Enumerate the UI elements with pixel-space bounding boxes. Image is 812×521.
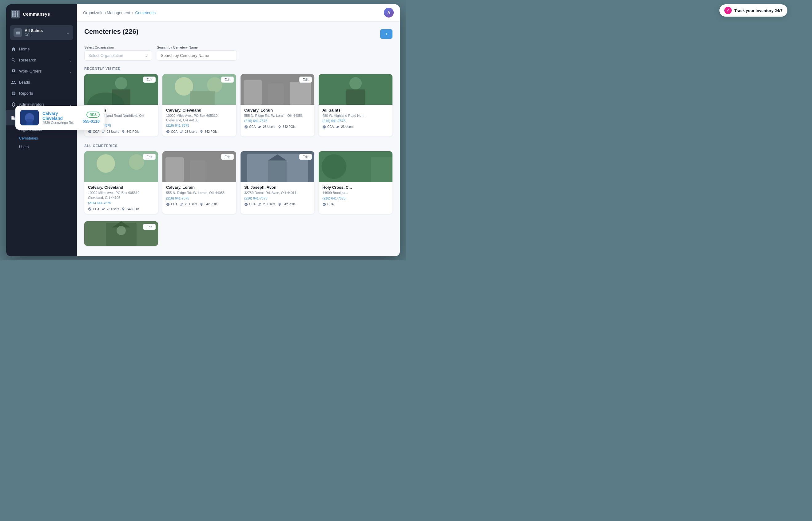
popup-title: Calvary Cleveland	[42, 111, 79, 121]
sidebar-item-reports-label: Reports	[19, 91, 33, 96]
tag-pois: 342 POIs	[200, 203, 217, 206]
search-filter-label: Search by Cemetery Name	[157, 45, 237, 49]
tag-cca: CCA	[244, 203, 256, 206]
svg-rect-11	[290, 82, 311, 105]
card-phone: (216) 641-7575	[322, 119, 389, 123]
popup-address: 4539 Conowingo Rd.	[42, 121, 79, 124]
sidebar-item-home[interactable]: Home	[6, 44, 77, 55]
card-st-joseph: Edit St. Joseph, Avon 32789 Detroit Rd. …	[241, 151, 314, 214]
popup-badge: RES	[86, 112, 100, 118]
card-address: 14609 Brookpa...	[322, 190, 389, 195]
card-image: Edit	[84, 221, 158, 246]
edit-button[interactable]: Edit	[143, 76, 156, 83]
sidebar-item-work-orders[interactable]: Work Orders ⌄	[6, 66, 77, 77]
tag-users: 23 Users	[180, 203, 197, 206]
chevron-down-icon: ⌄	[69, 58, 72, 62]
card-title: St. Joseph, Avon	[244, 185, 311, 190]
all-cemeteries-grid: Edit Calvary, Cleveland 10000 Miles Ave.…	[84, 151, 393, 214]
tag-cca: CCA	[322, 203, 334, 206]
card-image: Edit	[84, 74, 158, 105]
sidebar: Cemmansys All Saints CCL ⌄ Home Res	[6, 4, 77, 256]
tag-users: 23 Users	[258, 203, 275, 206]
cemetery-popup: Calvary Cleveland 4539 Conowingo Rd. RES…	[15, 106, 105, 130]
org-name: All Saints	[25, 28, 43, 33]
card-phone: (216) 641-7575	[244, 197, 311, 200]
org-code: CCL	[25, 33, 43, 37]
card-title: Holy Cross, C...	[322, 185, 389, 190]
card-address: 480 W. Highland Road Nort...	[322, 113, 389, 118]
card-image: Edit	[241, 74, 314, 105]
card-phone: (216) 641-7575	[88, 201, 154, 205]
card-image: Edit	[241, 151, 314, 182]
card-title: Calvary, Lorain	[244, 108, 311, 113]
tag-users: 23 Users	[258, 125, 275, 129]
add-cemetery-button[interactable]: +	[380, 29, 393, 39]
card-address: 10000 Miles Ave., PO Box 605310 Clevelan…	[88, 190, 154, 200]
app-name: Cemmansys	[23, 12, 50, 17]
breadcrumb-current: Cemeteries	[135, 10, 156, 15]
popup-phone: 555-0116	[83, 119, 100, 123]
topbar: Organization Management › Cemeteries A	[77, 4, 400, 22]
sidebar-item-leads-label: Leads	[19, 80, 30, 85]
logo-icon	[11, 10, 20, 19]
svg-rect-32	[26, 119, 32, 126]
org-icon	[14, 28, 22, 37]
edit-button[interactable]: Edit	[143, 154, 156, 160]
page-title: Cemeteries (226)	[84, 28, 138, 36]
org-filter-select[interactable]: Select Organization ⌄	[84, 50, 152, 61]
sidebar-item-cemeteries[interactable]: Cemeteries	[6, 134, 77, 143]
tag-cca: CCA	[322, 125, 334, 129]
sidebar-item-reports[interactable]: Reports	[6, 88, 77, 99]
card-image: Edit	[162, 74, 236, 105]
edit-button[interactable]: Edit	[299, 76, 312, 83]
chevron-down-icon: ⌄	[145, 53, 148, 58]
card-phone: (216) 641-7575	[322, 197, 389, 200]
sidebar-item-home-label: Home	[19, 47, 30, 51]
svg-rect-7	[190, 91, 215, 105]
card-calvary-cleveland: Edit Calvary, Cleveland 10000 Miles Ave.…	[84, 151, 158, 214]
sidebar-item-work-orders-label: Work Orders	[19, 69, 42, 73]
user-avatar[interactable]: A	[384, 8, 394, 18]
tag-users: 23 Users	[102, 207, 119, 211]
tag-cca: CCA	[88, 207, 100, 211]
tag-users: 23 Users	[180, 130, 197, 133]
svg-point-25	[322, 154, 346, 179]
svg-rect-26	[371, 157, 393, 182]
org-selector[interactable]: All Saints CCL ⌄	[10, 25, 73, 40]
cemetery-search-input[interactable]	[157, 50, 237, 61]
sidebar-item-leads[interactable]: Leads	[6, 77, 77, 88]
breadcrumb: Organization Management › Cemeteries	[83, 10, 156, 15]
all-cemeteries-label: ALL CEMETERIES	[84, 144, 393, 148]
tag-cca: CCA	[244, 125, 256, 129]
sidebar-item-research-label: Research	[19, 58, 36, 62]
content-area: Cemeteries (226) + Select Organization S…	[77, 22, 400, 256]
card-title: Calvary, Cleveland	[88, 185, 154, 190]
recently-visited-label: RECENTLY VISITED	[84, 67, 393, 70]
card-holy-cross: Holy Cross, C... 14609 Brookpa... (216) …	[319, 151, 393, 214]
popup-image	[20, 110, 39, 126]
chevron-down-icon: ⌄	[69, 69, 72, 73]
edit-button[interactable]: Edit	[221, 154, 234, 160]
card-image	[319, 74, 393, 105]
card-address: 10000 Miles Ave., PO Box 605310 Clevelan…	[166, 113, 233, 123]
sidebar-item-users[interactable]: Users	[6, 143, 77, 151]
sidebar-item-research[interactable]: Research ⌄	[6, 55, 77, 66]
svg-rect-10	[268, 83, 284, 105]
card-address: 32789 Detroit Rd. Avon, OH 44011	[244, 190, 311, 195]
tag-pois: 342 POIs	[122, 130, 139, 133]
tag-pois: 342 POIs	[278, 203, 295, 206]
svg-rect-14	[346, 89, 365, 105]
edit-button[interactable]: Edit	[221, 76, 234, 83]
edit-button[interactable]: Edit	[299, 154, 312, 160]
tag-pois: 342 POIs	[278, 125, 295, 129]
breadcrumb-parent: Organization Management	[83, 10, 130, 15]
svg-rect-23	[268, 160, 287, 182]
card-phone: (216) 641-7575	[166, 197, 233, 200]
edit-button[interactable]: Edit	[143, 224, 156, 230]
tag-users: 23 Users	[336, 125, 353, 129]
card-bottom: Edit	[84, 221, 158, 246]
svg-rect-19	[166, 157, 184, 182]
tag-pois: 342 POIs	[122, 207, 139, 211]
tag-cca: CCA	[166, 203, 177, 206]
svg-point-1	[115, 77, 127, 89]
